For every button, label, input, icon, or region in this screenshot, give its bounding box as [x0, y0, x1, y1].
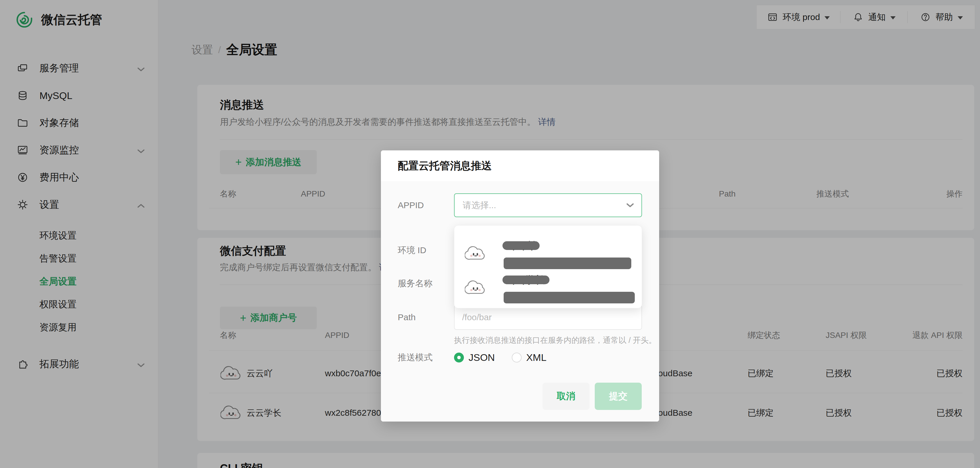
- radio-unselected-icon: [512, 353, 522, 362]
- option-name: 云云学长: [505, 273, 545, 286]
- radio-selected-icon: [454, 353, 464, 362]
- push-mode-field-label: 推送模式: [398, 351, 433, 364]
- chevron-down-icon: [626, 203, 634, 208]
- cancel-button[interactable]: 取消: [542, 383, 590, 410]
- radio-label: XML: [526, 352, 547, 363]
- cloud-avatar: [465, 278, 487, 297]
- path-field-label: Path: [398, 312, 416, 322]
- appid-dropdown: 云云吖 云云学长: [454, 225, 642, 308]
- modal-header: 配置云托管消息推送: [381, 150, 659, 181]
- redacted-appid-bar: [504, 292, 635, 303]
- redaction-bar: [503, 241, 539, 250]
- configure-push-modal: 配置云托管消息推送 APPID 请选择... 环境 ID 服务名称 Path 执…: [381, 150, 659, 422]
- appid-select[interactable]: 请选择...: [454, 193, 642, 217]
- appid-option-1[interactable]: 云云吖: [454, 233, 642, 270]
- select-placeholder: 请选择...: [463, 200, 496, 211]
- option-name: 云云吖: [505, 239, 535, 252]
- cloud-avatar: [465, 244, 487, 263]
- push-mode-radio-group: JSON XML: [454, 352, 547, 363]
- radio-xml[interactable]: XML: [512, 352, 547, 363]
- redaction-bar: [503, 276, 549, 284]
- radio-json[interactable]: JSON: [454, 352, 495, 363]
- appid-option-2[interactable]: 云云学长: [454, 267, 642, 305]
- appid-field-label: APPID: [398, 200, 424, 210]
- path-input[interactable]: [454, 305, 642, 330]
- radio-label: JSON: [469, 352, 495, 363]
- path-help-text: 执行接收消息推送的接口在服务内的路径，通常以 / 开头。: [454, 335, 657, 345]
- env-id-field-label: 环境 ID: [398, 244, 426, 256]
- submit-button[interactable]: 提交: [595, 383, 642, 410]
- service-name-field-label: 服务名称: [398, 278, 433, 289]
- modal-title: 配置云托管消息推送: [398, 150, 492, 181]
